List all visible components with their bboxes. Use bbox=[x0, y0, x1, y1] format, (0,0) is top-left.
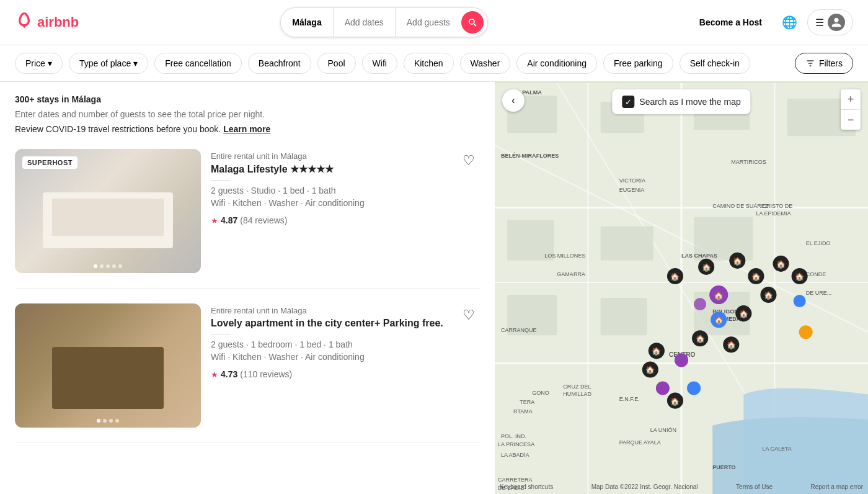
listing-info: Entire rental unit in Málaga Malaga Life… bbox=[211, 149, 480, 273]
image-dots bbox=[97, 419, 119, 423]
svg-text:🏠: 🏠 bbox=[670, 272, 680, 281]
become-host-button[interactable]: Become a Host bbox=[689, 11, 772, 34]
listing-amenities: Wifi · Kitchen · Washer · Air conditioni… bbox=[211, 352, 480, 362]
washer-filter[interactable]: Washer bbox=[460, 53, 511, 74]
dot bbox=[112, 264, 116, 268]
dot bbox=[106, 264, 110, 268]
listing-rating: ★ 4.73 (110 reviews) bbox=[211, 369, 480, 379]
svg-text:🏠: 🏠 bbox=[645, 365, 655, 374]
kitchen-filter[interactable]: Kitchen bbox=[404, 53, 454, 74]
svg-text:🏠: 🏠 bbox=[727, 340, 737, 349]
svg-text:PUERTO: PUERTO bbox=[712, 464, 735, 470]
svg-line-1 bbox=[474, 24, 476, 26]
map-footer: Keyboard shortcuts Map Data ©2022 Inst. … bbox=[500, 483, 863, 490]
map-svg: LA PALMA PARQUE DEL SUR BELÉN-MIRAFLORES… bbox=[495, 82, 868, 494]
rating-count: (84 reviews) bbox=[240, 215, 287, 225]
pool-filter[interactable]: Pool bbox=[317, 53, 356, 74]
rating-value: 4.73 bbox=[221, 369, 237, 379]
map-search-checkbox[interactable]: ✓ Search as I move the map bbox=[612, 89, 750, 114]
svg-rect-22 bbox=[601, 298, 647, 335]
listing-title: Malaga Lifestyle ★★★★★ bbox=[211, 163, 480, 175]
svg-point-81 bbox=[694, 298, 706, 310]
learn-more-link[interactable]: Learn more bbox=[223, 124, 270, 134]
svg-text:CRUZ DEL: CRUZ DEL bbox=[563, 384, 591, 390]
zoom-out-button[interactable]: − bbox=[841, 110, 861, 130]
guests-input[interactable]: Add guests bbox=[396, 8, 461, 37]
svg-text:🏠: 🏠 bbox=[714, 315, 724, 325]
svg-text:E.N.F.E.: E.N.F.E. bbox=[619, 396, 640, 402]
wishlist-button[interactable]: ♡ bbox=[463, 154, 475, 168]
avatar-icon bbox=[828, 14, 845, 31]
svg-text:EL EJIDO: EL EJIDO bbox=[806, 240, 831, 246]
map-back-button[interactable]: ‹ bbox=[502, 89, 525, 112]
map-keyboard-shortcuts[interactable]: Keyboard shortcuts bbox=[500, 483, 553, 490]
wifi-filter[interactable]: Wifi bbox=[362, 53, 397, 74]
listing-title: Lovely apartment in the city center+ Par… bbox=[211, 318, 480, 329]
dining-image-visual bbox=[15, 303, 201, 428]
map[interactable]: LA PALMA PARQUE DEL SUR BELÉN-MIRAFLORES… bbox=[495, 82, 868, 494]
listing-divider bbox=[211, 334, 231, 335]
beachfront-filter[interactable]: Beachfront bbox=[248, 53, 311, 74]
zoom-in-button[interactable]: + bbox=[841, 89, 861, 109]
map-report-error-link[interactable]: Report a map error bbox=[811, 483, 863, 490]
listing-details: 2 guests · Studio · 1 bed · 1 bath bbox=[211, 186, 480, 195]
svg-point-92 bbox=[794, 295, 806, 307]
dates-input[interactable]: Add dates bbox=[334, 8, 396, 37]
star-icon: ★ bbox=[211, 370, 218, 379]
svg-text:LA PRINCESA: LA PRINCESA bbox=[498, 441, 534, 447]
dot bbox=[118, 264, 122, 268]
dot bbox=[115, 419, 119, 423]
map-controls: ‹ bbox=[502, 89, 525, 112]
svg-text:🏠: 🏠 bbox=[714, 290, 724, 301]
all-filters-button[interactable]: Filters bbox=[795, 53, 853, 74]
right-panel: LA PALMA PARQUE DEL SUR BELÉN-MIRAFLORES… bbox=[495, 82, 868, 494]
type-chevron-icon: ▾ bbox=[133, 58, 138, 68]
airbnb-logo-icon bbox=[15, 11, 33, 34]
superhost-badge: SUPERHOST bbox=[22, 156, 78, 169]
svg-text:🏠: 🏠 bbox=[739, 309, 749, 318]
self-check-in-filter[interactable]: Self check-in bbox=[680, 53, 750, 74]
air-conditioning-filter[interactable]: Air conditioning bbox=[516, 53, 597, 74]
svg-text:🏠: 🏠 bbox=[764, 290, 774, 300]
svg-point-91 bbox=[799, 325, 813, 339]
svg-text:LA CALETA: LA CALETA bbox=[762, 446, 791, 452]
listing-image[interactable] bbox=[15, 303, 201, 428]
result-count: 300+ stays in Málaga bbox=[15, 94, 480, 104]
user-menu[interactable]: ☰ bbox=[807, 9, 853, 35]
svg-text:CRISTO DE: CRISTO DE bbox=[762, 203, 792, 209]
type-of-place-label: Type of place bbox=[79, 58, 131, 68]
logo[interactable]: airbnb bbox=[15, 11, 79, 34]
svg-rect-19 bbox=[601, 227, 653, 261]
svg-text:LA ABADÍA: LA ABADÍA bbox=[501, 452, 529, 458]
star-icon: ★ bbox=[211, 216, 218, 225]
svg-text:TERA: TERA bbox=[520, 399, 534, 405]
location-input[interactable]: Málaga bbox=[281, 8, 333, 37]
listing-details: 2 guests · 1 bedroom · 1 bed · 1 bath bbox=[211, 339, 480, 349]
svg-text:🏠: 🏠 bbox=[776, 259, 786, 269]
type-of-place-filter[interactable]: Type of place ▾ bbox=[69, 53, 148, 74]
image-dots bbox=[94, 264, 122, 268]
svg-text:CONDE: CONDE bbox=[806, 271, 826, 277]
free-cancellation-filter[interactable]: Free cancellation bbox=[154, 53, 242, 74]
language-button[interactable]: 🌐 bbox=[777, 10, 802, 35]
wishlist-button[interactable]: ♡ bbox=[463, 308, 475, 322]
svg-text:CARRANQUE: CARRANQUE bbox=[501, 327, 537, 333]
price-filter[interactable]: Price ▾ bbox=[15, 53, 63, 74]
listing-info: Entire rental unit in Málaga Lovely apar… bbox=[211, 303, 480, 428]
svg-text:GONO: GONO bbox=[532, 390, 549, 396]
price-label: Price bbox=[25, 58, 45, 68]
free-parking-filter[interactable]: Free parking bbox=[603, 53, 673, 74]
price-chevron-icon: ▾ bbox=[48, 58, 52, 68]
svg-text:PARQUE AYALA: PARQUE AYALA bbox=[619, 439, 661, 446]
left-panel: 300+ stays in Málaga Enter dates and num… bbox=[0, 82, 495, 494]
svg-text:🏠: 🏠 bbox=[733, 256, 743, 266]
logo-text: airbnb bbox=[37, 14, 79, 30]
svg-text:DE URE...: DE URE... bbox=[806, 290, 832, 296]
dot bbox=[100, 264, 104, 268]
checkbox-check-icon: ✓ bbox=[622, 96, 634, 108]
listing-image[interactable]: SUPERHOST bbox=[15, 149, 201, 273]
rating-value: 4.87 bbox=[221, 215, 237, 225]
svg-text:LA EPIDEMIA: LA EPIDEMIA bbox=[756, 210, 790, 217]
map-terms-link[interactable]: Terms of Use bbox=[736, 483, 773, 490]
search-button[interactable] bbox=[461, 11, 484, 34]
